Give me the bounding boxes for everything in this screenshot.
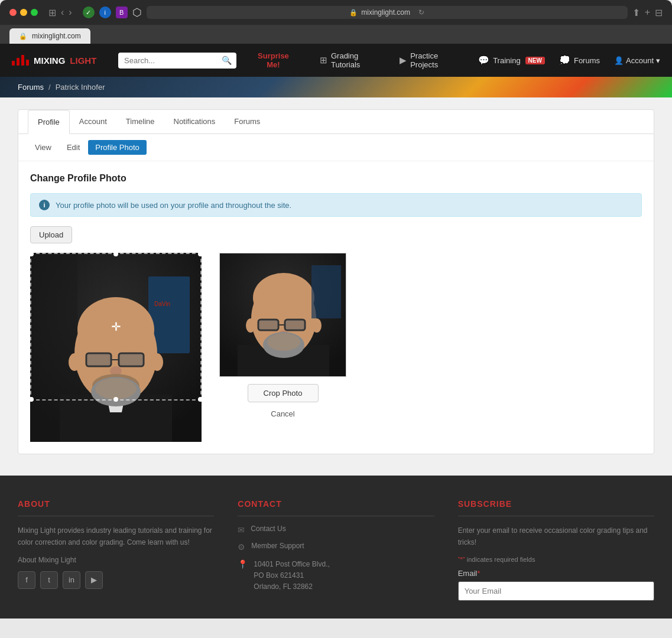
footer-about-title: ABOUT	[18, 499, 214, 509]
close-button[interactable]	[9, 9, 17, 16]
photo-crop-area: DaVin	[30, 253, 642, 442]
contact-us-link[interactable]: Contact Us	[251, 525, 285, 533]
account-label: Account	[626, 56, 654, 65]
window-controls: ⊞ ‹ ›	[48, 7, 72, 18]
browser-tab[interactable]: 🔒 mixinglight.com	[9, 28, 90, 44]
photo-section: Change Profile Photo i Your profile phot…	[18, 161, 654, 454]
required-text: indicates required fields	[467, 556, 535, 563]
logo[interactable]: MIXINGLIGHT	[12, 55, 106, 66]
share-icon[interactable]: ⬆	[632, 7, 640, 18]
video-icon: ▶	[400, 55, 407, 66]
logo-icon	[12, 55, 29, 66]
extension-icon-1[interactable]: ✓	[83, 6, 95, 18]
sidebar-toggle-icon[interactable]: ⊞	[48, 7, 56, 18]
url-bar[interactable]: 🔒 mixinglight.com ↻	[147, 6, 628, 19]
tab-title: mixinglight.com	[32, 32, 81, 40]
footer-subscribe-description: Enter your email to receive occasional c…	[458, 525, 654, 549]
address-text: 10401 Post Office Blvd.,PO Box 621431Orl…	[254, 559, 330, 593]
tab-timeline[interactable]: Timeline	[116, 110, 164, 134]
info-banner: i Your profile photo will be used on you…	[30, 193, 642, 217]
logo-text-mixing: MIXING	[34, 56, 65, 66]
linkedin-icon[interactable]: in	[63, 571, 80, 589]
crop-source[interactable]: DaVin	[30, 253, 202, 442]
svg-point-33	[267, 333, 300, 351]
grading-tutorials-label: Grading Tutorials	[331, 51, 385, 69]
footer-subscribe-divider	[458, 516, 654, 516]
tab-account[interactable]: Account	[70, 110, 116, 134]
tab-notifications[interactable]: Notifications	[164, 110, 225, 134]
search-wrapper: 🔍	[118, 53, 236, 69]
subtab-profile-photo[interactable]: Profile Photo	[88, 140, 146, 155]
crop-photo-button[interactable]: Crop Photo	[248, 384, 319, 402]
minimize-button[interactable]	[20, 9, 27, 16]
training-label: Training	[493, 56, 520, 65]
refresh-icon[interactable]: ↻	[418, 8, 424, 17]
logo-bar-4	[26, 60, 29, 66]
upload-button[interactable]: Upload	[30, 226, 72, 243]
new-tab-icon[interactable]: +	[645, 7, 650, 18]
footer-contact: CONTACT ✉ Contact Us ⚙ Member Support 📍 …	[238, 499, 434, 601]
nav-forums[interactable]: 💭 Forums	[559, 55, 600, 66]
footer-about-description: Mixing Light provides industry leading t…	[18, 525, 214, 549]
twitter-icon[interactable]: t	[40, 571, 58, 589]
forums-icon: 💭	[559, 55, 570, 66]
youtube-icon[interactable]: ▶	[85, 571, 103, 589]
extension-icon-4[interactable]: ⬡	[132, 6, 142, 19]
traffic-lights	[9, 9, 38, 16]
footer-subscribe: SUBSCRIBE Enter your email to receive oc…	[458, 499, 654, 601]
tab-profile[interactable]: Profile	[28, 110, 70, 134]
profile-tabs: Profile Account Timeline Notifications F…	[18, 110, 654, 134]
training-icon: 💬	[478, 55, 489, 66]
svg-point-19	[69, 353, 80, 371]
facebook-icon[interactable]: f	[18, 571, 35, 589]
contact-item-address: 📍 10401 Post Office Blvd.,PO Box 621431O…	[238, 559, 434, 593]
window-actions: ⬆ + ⊟	[632, 7, 663, 18]
info-icon: i	[39, 200, 50, 210]
grid-icon: ⊞	[320, 55, 327, 66]
member-support-link[interactable]: Member Support	[251, 542, 304, 550]
window-chrome: ⊞ ‹ › ✓ i B ⬡ 🔒 mixinglight.com ↻ ⬆ + ⊟	[0, 0, 672, 25]
search-button[interactable]: 🔍	[222, 56, 232, 65]
svg-rect-29	[259, 320, 278, 330]
forward-icon[interactable]: ›	[69, 7, 72, 18]
crop-preview-area: Crop Photo Cancel	[219, 253, 346, 421]
new-badge: NEW	[525, 57, 545, 64]
footer-subscribe-title: SUBSCRIBE	[458, 499, 654, 509]
nav-training[interactable]: 💬 Training NEW	[478, 55, 545, 66]
extension-icon-2[interactable]: i	[99, 6, 111, 18]
nav-practice-projects[interactable]: ▶ Practice Projects	[400, 51, 464, 69]
email-input[interactable]	[458, 581, 654, 601]
svg-text:DaVin: DaVin	[154, 301, 170, 307]
maximize-button[interactable]	[31, 9, 38, 16]
email-label: Email*	[458, 569, 654, 578]
crop-preview	[219, 253, 346, 377]
logo-bar-2	[17, 58, 20, 66]
surprise-me-button[interactable]: Surprise Me!	[251, 51, 296, 69]
envelope-icon: ✉	[238, 525, 245, 535]
subtab-view[interactable]: View	[28, 140, 59, 155]
gear-icon: ⚙	[238, 542, 245, 552]
footer: ABOUT Mixing Light provides industry lea…	[0, 476, 672, 619]
account-menu[interactable]: 👤 Account ▾	[614, 56, 660, 65]
nav-grading-tutorials[interactable]: ⊞ Grading Tutorials	[320, 51, 385, 69]
extension-icon-3[interactable]: B	[116, 6, 128, 18]
sidebar-icon[interactable]: ⊟	[655, 7, 663, 18]
footer-contact-divider	[238, 516, 434, 516]
logo-bar-3	[21, 55, 24, 66]
cancel-button[interactable]: Cancel	[268, 407, 297, 421]
breadcrumb-forums-link[interactable]: Forums	[18, 83, 44, 92]
back-icon[interactable]: ‹	[61, 7, 64, 18]
breadcrumb-separator: /	[48, 83, 51, 92]
nav-links: ⊞ Grading Tutorials ▶ Practice Projects …	[320, 51, 660, 69]
svg-point-25	[253, 273, 314, 323]
source-image: DaVin	[30, 253, 202, 442]
page-wrapper: MIXINGLIGHT 🔍 Surprise Me! ⊞ Grading Tut…	[0, 44, 672, 619]
search-input[interactable]	[118, 53, 236, 69]
preview-image	[220, 253, 346, 377]
subtab-edit[interactable]: Edit	[60, 140, 87, 155]
info-text: Your profile photo will be used on your …	[56, 201, 291, 210]
section-title: Change Profile Photo	[30, 173, 642, 184]
tab-forums[interactable]: Forums	[225, 110, 270, 134]
required-note: "*" indicates required fields	[458, 556, 654, 563]
footer-about-link[interactable]: About Mixing Light	[18, 556, 214, 564]
